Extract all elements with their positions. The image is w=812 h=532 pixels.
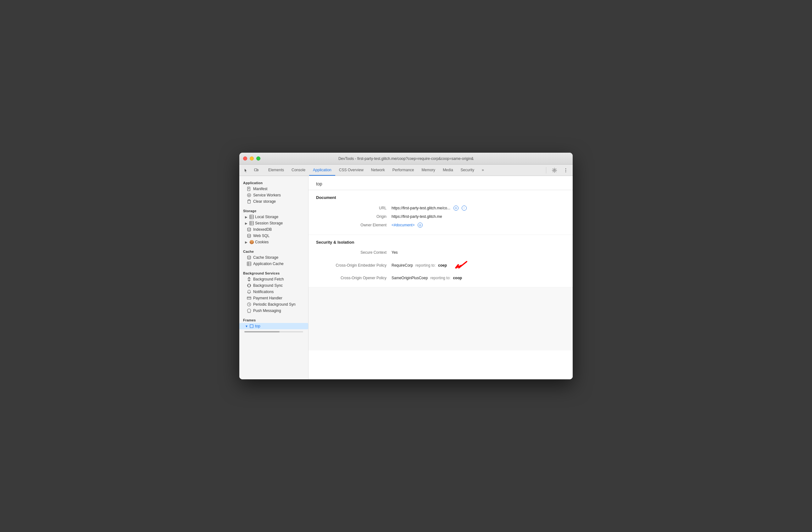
svg-point-22	[247, 234, 251, 236]
copy-icon[interactable]: ⊙	[453, 206, 459, 211]
sidebar-scroll-area	[239, 329, 308, 334]
svg-rect-6	[247, 187, 250, 191]
sidebar-item-clear-storage[interactable]: Clear storage	[239, 198, 308, 205]
tab-media[interactable]: Media	[439, 165, 457, 176]
sidebar-scrollbar-thumb	[244, 331, 279, 333]
svg-point-23	[247, 256, 251, 257]
coep-reporting-label: reporting to:	[416, 263, 436, 268]
push-messaging-label: Push Messaging	[253, 308, 281, 313]
tab-network[interactable]: Network	[367, 165, 389, 176]
application-cache-icon	[247, 262, 251, 266]
titlebar: DevTools - first-party-test.glitch.me/co…	[239, 153, 573, 165]
sidebar-section-frames: Frames	[239, 317, 308, 323]
sidebar-item-session-storage[interactable]: ▶ Session Storage	[239, 220, 308, 226]
cursor-icon-btn[interactable]	[242, 166, 251, 175]
sidebar-item-local-storage[interactable]: ▶ Local Storage	[239, 214, 308, 220]
sidebar-item-indexeddb[interactable]: IndexedDB	[239, 226, 308, 233]
sidebar-section-background-services: Background Services	[239, 269, 308, 276]
close-button[interactable]	[243, 156, 247, 160]
device-icon	[254, 168, 259, 172]
owner-element-icon[interactable]: ◎	[418, 223, 423, 228]
sidebar-item-cookies[interactable]: ▶ 🍪 Cookies	[239, 239, 308, 245]
push-messaging-icon	[247, 308, 251, 313]
coep-value: RequireCorp reporting to: coep	[392, 258, 468, 272]
sidebar-scrollbar[interactable]	[244, 331, 303, 333]
tab-memory[interactable]: Memory	[418, 165, 439, 176]
coep-label: Cross-Origin Embedder Policy	[316, 263, 392, 268]
tab-elements[interactable]: Elements	[264, 165, 288, 176]
sidebar-item-background-sync[interactable]: Background Sync	[239, 282, 308, 289]
svg-rect-1	[257, 169, 258, 171]
secure-context-text: Yes	[392, 250, 398, 255]
more-icon-btn[interactable]	[561, 166, 570, 175]
periodic-background-sync-icon	[247, 302, 251, 307]
svg-point-10	[247, 194, 251, 197]
service-workers-label: Service Workers	[253, 193, 281, 197]
owner-element-link[interactable]: <#document>	[392, 223, 415, 227]
tab-css-overview[interactable]: CSS Overview	[335, 165, 367, 176]
device-icon-btn[interactable]	[252, 166, 261, 175]
frame-icon	[249, 324, 254, 328]
expand-arrow-session-storage: ▶	[245, 222, 248, 225]
session-storage-label: Session Storage	[255, 221, 283, 225]
tab-security[interactable]: Security	[457, 165, 478, 176]
top-frame-label: top	[255, 324, 260, 328]
cookies-label: Cookies	[255, 240, 269, 244]
tabs-container: Elements Console Application CSS Overvie…	[264, 165, 545, 176]
tab-console[interactable]: Console	[288, 165, 309, 176]
settings-icon-btn[interactable]	[550, 166, 559, 175]
coop-field-row: Cross-Origin Opener Policy SameOriginPlu…	[316, 274, 565, 282]
sidebar-item-push-messaging[interactable]: Push Messaging	[239, 308, 308, 314]
security-section-title: Security & Isolation	[316, 240, 565, 244]
navigate-icon[interactable]: ↑	[462, 206, 467, 211]
tab-performance[interactable]: Performance	[389, 165, 418, 176]
traffic-lights	[243, 156, 260, 160]
content-header: top	[308, 176, 573, 190]
main-content: Application Manifest Service Workers Cle…	[239, 176, 573, 379]
maximize-button[interactable]	[256, 156, 260, 160]
local-storage-icon	[249, 215, 254, 219]
session-storage-icon	[249, 221, 254, 225]
sidebar-item-periodic-background-sync[interactable]: Periodic Background Syn	[239, 301, 308, 308]
tab-application[interactable]: Application	[309, 165, 335, 176]
sidebar-item-cache-storage[interactable]: Cache Storage	[239, 254, 308, 261]
coop-policy: SameOriginPlusCoep	[392, 276, 428, 280]
content-pane: top Document URL https://first-party-tes…	[308, 176, 573, 379]
svg-rect-24	[247, 262, 251, 266]
cursor-icon	[244, 168, 248, 172]
sidebar-item-application-cache[interactable]: Application Cache	[239, 261, 308, 267]
cache-storage-label: Cache Storage	[253, 255, 278, 260]
svg-rect-17	[250, 221, 253, 225]
manifest-icon	[247, 187, 251, 191]
sidebar-section-cache: Cache	[239, 248, 308, 254]
sidebar-item-top-frame[interactable]: ▼ top	[239, 323, 308, 329]
web-sql-label: Web SQL	[253, 234, 270, 238]
sidebar-item-payment-handler[interactable]: Payment Handler	[239, 295, 308, 301]
svg-rect-28	[247, 297, 251, 299]
background-sync-icon	[247, 283, 251, 288]
origin-label: Origin	[316, 214, 392, 219]
coep-field-row: Cross-Origin Embedder Policy RequireCorp…	[316, 256, 565, 274]
sidebar-item-web-sql[interactable]: Web SQL	[239, 233, 308, 239]
tab-more[interactable]: »	[478, 165, 488, 176]
expand-arrow-top: ▼	[245, 324, 248, 328]
sidebar-section-application: Application	[239, 179, 308, 186]
red-arrow-annotation	[452, 258, 468, 272]
sidebar-item-notifications[interactable]: Notifications	[239, 289, 308, 295]
sidebar-item-background-fetch[interactable]: Background Fetch	[239, 276, 308, 282]
sidebar-section-storage: Storage	[239, 207, 308, 214]
web-sql-icon	[247, 234, 251, 238]
sidebar-item-service-workers[interactable]: Service Workers	[239, 192, 308, 198]
notifications-icon	[247, 290, 251, 294]
sidebar-item-manifest[interactable]: Manifest	[239, 186, 308, 192]
coop-value: SameOriginPlusCoep reporting to: coop	[392, 276, 462, 280]
notifications-label: Notifications	[253, 290, 274, 294]
expand-arrow-cookies: ▶	[245, 240, 248, 244]
origin-field-row: Origin https://first-party-test.glitch.m…	[316, 212, 565, 221]
sidebar-spacer-4	[239, 314, 308, 317]
clear-storage-icon	[247, 199, 251, 204]
settings-icon	[552, 168, 557, 173]
url-text: https://first-party-test.glitch.me/co...	[392, 206, 450, 210]
minimize-button[interactable]	[250, 156, 254, 160]
url-label: URL	[316, 206, 392, 210]
